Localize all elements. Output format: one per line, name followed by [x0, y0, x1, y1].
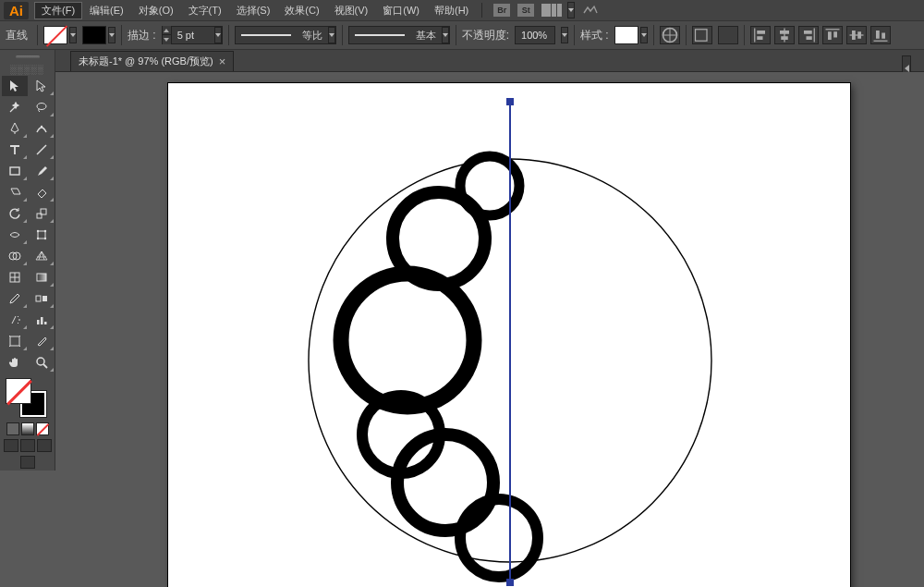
eraser-tool[interactable]	[29, 182, 55, 202]
magic-wand-tool[interactable]	[2, 97, 28, 117]
blend-tool[interactable]	[29, 288, 55, 309]
perspective-grid-tool[interactable]	[29, 246, 55, 266]
arrange-documents-icon[interactable]	[541, 4, 560, 17]
brush-definition[interactable]: 基本	[348, 26, 450, 44]
opacity-label: 不透明度:	[462, 28, 509, 43]
chevron-down-icon[interactable]	[640, 27, 648, 43]
artboard[interactable]	[168, 83, 850, 587]
width-tool[interactable]	[2, 225, 28, 245]
menu-bar: Ai 文件(F) 编辑(E) 对象(O) 文字(T) 选择(S) 效果(C) 视…	[0, 0, 924, 20]
svg-rect-6	[780, 31, 789, 34]
fill-color-swatch[interactable]	[6, 378, 31, 404]
menu-help[interactable]: 帮助(H)	[427, 2, 476, 19]
menu-effect[interactable]: 效果(C)	[277, 2, 326, 19]
graphic-style-swatch[interactable]	[614, 26, 648, 44]
step-down-icon[interactable]	[163, 35, 172, 44]
draw-inside-icon[interactable]	[37, 439, 52, 452]
chevron-down-icon[interactable]	[69, 27, 77, 43]
zoom-tool[interactable]	[29, 352, 55, 373]
canvas-area[interactable]	[55, 72, 924, 587]
menu-view[interactable]: 视图(V)	[327, 2, 376, 19]
lasso-tool[interactable]	[29, 97, 55, 117]
align-vcenter-icon[interactable]	[846, 26, 867, 44]
document-tab[interactable]: 未标题-1* @ 97% (RGB/预览) ×	[70, 51, 234, 71]
none-mode-icon[interactable]	[36, 422, 49, 435]
selection-tool[interactable]	[2, 76, 28, 96]
pen-tool[interactable]	[2, 118, 28, 139]
shape-builder-tool[interactable]	[2, 246, 28, 266]
document-setup-icon[interactable]	[692, 26, 712, 44]
stroke-label: 描边 :	[128, 28, 156, 43]
gradient-mode-icon[interactable]	[21, 422, 34, 435]
close-icon[interactable]: ×	[219, 55, 226, 68]
align-hcenter-icon[interactable]	[774, 26, 795, 44]
scale-tool[interactable]	[29, 203, 55, 224]
rotate-tool[interactable]	[2, 203, 28, 224]
variable-width-profile[interactable]: 等比	[235, 26, 336, 44]
align-top-icon[interactable]	[822, 26, 843, 44]
symbol-sprayer-tool[interactable]	[2, 310, 28, 330]
opacity-field[interactable]: 100%	[515, 26, 555, 44]
stroke-weight-value[interactable]: 5 pt	[172, 30, 214, 41]
svg-rect-13	[833, 31, 837, 37]
separator	[653, 25, 654, 45]
separator	[686, 25, 687, 45]
rectangle-tool[interactable]	[2, 161, 28, 181]
align-bottom-icon[interactable]	[870, 26, 891, 44]
menu-select[interactable]: 选择(S)	[229, 2, 278, 19]
step-up-icon[interactable]	[163, 26, 172, 35]
toolbox: ░░░░░	[0, 50, 55, 471]
color-mode-icon[interactable]	[6, 422, 19, 435]
brush-label: 基本	[410, 29, 442, 43]
menu-window[interactable]: 窗口(W)	[375, 2, 427, 19]
stroke-weight-stepper[interactable]: 5 pt	[162, 26, 223, 44]
draw-behind-icon[interactable]	[20, 439, 35, 452]
column-graph-tool[interactable]	[29, 310, 55, 330]
separator	[342, 25, 343, 45]
arrange-dropdown-icon[interactable]	[567, 2, 575, 18]
gpu-preview-icon[interactable]	[582, 4, 599, 17]
bridge-icon[interactable]: Br	[493, 4, 510, 17]
separator	[228, 25, 229, 45]
align-left-icon[interactable]	[750, 26, 771, 44]
align-right-icon[interactable]	[798, 26, 819, 44]
svg-point-30	[44, 238, 46, 239]
draw-normal-icon[interactable]	[4, 439, 18, 452]
fill-stroke-swatches[interactable]	[2, 378, 53, 415]
gradient-tool[interactable]	[29, 267, 55, 287]
preferences-icon[interactable]	[718, 26, 738, 44]
svg-point-48	[397, 434, 493, 531]
panel-grip[interactable]	[2, 52, 53, 61]
svg-point-21	[41, 126, 43, 128]
fill-swatch[interactable]	[43, 26, 77, 44]
menu-text[interactable]: 文字(T)	[181, 2, 229, 19]
chevron-down-icon[interactable]	[328, 27, 335, 43]
eyedropper-tool[interactable]	[2, 288, 28, 309]
curvature-tool[interactable]	[29, 118, 55, 139]
chevron-down-icon[interactable]	[442, 27, 449, 43]
screen-mode-icon[interactable]	[20, 456, 35, 469]
menu-object[interactable]: 对象(O)	[131, 2, 181, 19]
hand-tool[interactable]	[2, 352, 28, 373]
chevron-down-icon[interactable]	[561, 27, 568, 43]
direct-selection-tool[interactable]	[29, 76, 55, 96]
recolor-artwork-icon[interactable]	[660, 26, 680, 44]
shaper-tool[interactable]	[2, 182, 28, 202]
chevron-down-icon[interactable]	[214, 27, 222, 43]
slice-tool[interactable]	[29, 331, 55, 351]
draw-mode-row	[2, 439, 53, 452]
menu-edit[interactable]: 编辑(E)	[82, 2, 131, 19]
line-segment-tool[interactable]	[29, 140, 55, 160]
stroke-swatch[interactable]	[82, 26, 116, 44]
svg-rect-4	[757, 36, 762, 40]
screen-mode-row	[2, 456, 53, 469]
paintbrush-tool[interactable]	[29, 161, 55, 181]
mesh-tool[interactable]	[2, 267, 28, 287]
free-transform-tool[interactable]	[29, 225, 55, 245]
type-tool[interactable]	[2, 140, 28, 160]
stock-icon[interactable]: St	[517, 4, 534, 17]
menu-file[interactable]: 文件(F)	[34, 2, 82, 19]
chevron-down-icon[interactable]	[108, 27, 116, 43]
artboard-tool[interactable]	[2, 331, 28, 351]
app-logo: Ai	[4, 2, 29, 19]
